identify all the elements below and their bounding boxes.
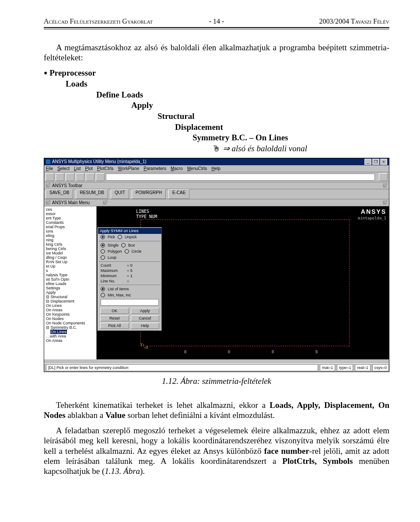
viewport-geometry [140, 219, 350, 346]
tree-item-displacement[interactable]: ⊟ Displacement [46, 299, 94, 303]
menu-select-top[interactable]: Select [57, 166, 70, 171]
powrgrph-button[interactable]: POWRGRPH [132, 189, 166, 199]
ansys-logo: ANSYS [361, 208, 386, 215]
tree-item[interactable]: efine Loads [46, 282, 94, 286]
tool-cut-icon[interactable] [86, 173, 94, 181]
minimize-button[interactable]: _ [364, 159, 371, 165]
drag-handle-icon[interactable] [46, 183, 50, 188]
radio-list-items-label: List of Items [108, 287, 129, 291]
apply-button[interactable]: Apply [131, 308, 160, 314]
tree-item[interactable]: On Areas [46, 308, 94, 312]
tree-item[interactable]: On Keypoints [46, 312, 94, 317]
tree-item[interactable]: ist Sol'n Optn [46, 277, 94, 282]
drag-handle-icon[interactable] [383, 183, 387, 188]
viewport-model-name: mintapelda_1 [358, 216, 386, 220]
radio-loop[interactable] [101, 255, 105, 260]
tree-item[interactable]: On Node Components [46, 321, 94, 325]
tree-item[interactable]: On Lines [46, 303, 94, 308]
help-button[interactable]: Help [131, 323, 160, 329]
menu-define-loads: Define Loads [44, 90, 389, 101]
tree-item-apply[interactable]: Apply [46, 290, 94, 295]
radio-list-items[interactable] [101, 287, 105, 291]
ansys-screenshot: ANSYS Multiphysics Utility Menu (mintape… [44, 158, 389, 372]
drag-handle-icon[interactable] [383, 200, 387, 205]
quit-button[interactable]: QUIT [111, 189, 129, 199]
tool-save-icon[interactable] [66, 173, 74, 181]
menu-plotctrls[interactable]: PlotCtrls [97, 166, 114, 171]
menu-macro[interactable]: Macro [171, 166, 183, 171]
radio-single[interactable] [101, 243, 105, 247]
pick-input[interactable] [101, 299, 159, 306]
tree-item-structural[interactable]: ⊟ Structural [46, 295, 94, 299]
tree-item[interactable]: ning [46, 238, 94, 242]
tree-item[interactable]: Constants [46, 220, 94, 225]
tool-open-icon[interactable] [56, 173, 64, 181]
drag-handle-icon[interactable] [46, 200, 50, 205]
intro-paragraph: A megtámasztásokhoz az alsó és baloldali… [44, 42, 389, 63]
tree-item[interactable]: king Ctrls [46, 242, 94, 247]
radio-circle[interactable] [125, 249, 129, 254]
minimum-label: Minimum [101, 274, 127, 278]
menu-list[interactable]: List [74, 166, 81, 171]
tree-item[interactable]: Settings [46, 286, 94, 290]
count-value: = 0 [127, 263, 159, 268]
radio-polygon[interactable] [101, 249, 105, 254]
radio-unpick-label: Unpick [125, 235, 137, 239]
tree-item[interactable]: dling / Ceqn [46, 255, 94, 260]
tree-item[interactable]: ions [46, 229, 94, 233]
tree-item[interactable]: et Up [46, 264, 94, 268]
tree-item-selected[interactable]: On Lines [50, 330, 67, 334]
tree-item[interactable]: erial Props [46, 225, 94, 229]
menu-cursor-note: ⇒ alsó és baloldali vonal [223, 144, 307, 153]
radio-box[interactable] [121, 243, 126, 247]
tree-item[interactable]: ent Type [46, 216, 94, 220]
menu-file[interactable]: File [46, 166, 53, 171]
main-menu-tree[interactable]: ces essor ent Type Constants erial Props… [44, 206, 97, 359]
tree-item[interactable]: s [46, 268, 94, 273]
tree-item[interactable]: ces [46, 207, 94, 212]
tree-item[interactable]: …with Area [46, 334, 94, 338]
tree-item[interactable]: nalysis Type [46, 273, 94, 277]
tool-print-icon[interactable] [76, 173, 84, 181]
tree-item[interactable]: eling [46, 233, 94, 238]
tool-new-icon[interactable] [46, 173, 54, 181]
ok-button[interactable]: OK [100, 308, 129, 314]
radio-unpick[interactable] [118, 235, 122, 239]
menu-help[interactable]: Help [211, 166, 220, 171]
paragraph-face-number: A feladatban szereplő megoszló terheket … [44, 425, 389, 476]
radio-pick[interactable] [101, 235, 105, 239]
radio-circle-label: Circle [132, 249, 142, 254]
paragraph-loads-displacement: Teherként kinematikai terheket is lehet … [44, 400, 389, 420]
command-input[interactable] [106, 174, 375, 181]
drag-handle-icon[interactable] [103, 200, 107, 205]
save-db-button[interactable]: SAVE_DB [46, 189, 73, 199]
menu-parameters[interactable]: Parameters [144, 166, 166, 171]
tree-item[interactable]: On Nodes [46, 317, 94, 321]
cancel-button[interactable]: Cancel [131, 315, 160, 321]
menu-workplane[interactable]: WorkPlane [118, 166, 140, 171]
resum-db-button[interactable]: RESUM_DB [76, 189, 108, 199]
close-button[interactable]: × [380, 159, 387, 165]
mainmenu-band: ANSYS Main Menu [44, 199, 389, 206]
tree-item[interactable]: On Areas [46, 338, 94, 343]
tree-item[interactable]: bering Ctrls [46, 247, 94, 251]
ecae-button[interactable]: E-CAE [168, 189, 190, 199]
tool-copy-icon[interactable] [96, 173, 105, 181]
tree-item-symmetry-bc[interactable]: ⊟ Symmetry B.C. [46, 325, 94, 330]
header-page-number: - 14 - [199, 17, 234, 25]
tree-item[interactable]: essor [46, 212, 94, 216]
menubar: File Select List Plot PlotCtrls WorkPlan… [44, 165, 389, 172]
mouse-icon: 🖱 [212, 144, 220, 153]
pick-all-button[interactable]: Pick All [100, 323, 129, 329]
menu-plot[interactable]: Plot [85, 166, 92, 171]
radio-polygon-label: Polygon [108, 249, 122, 254]
tool-raise-icon[interactable] [379, 173, 388, 181]
maximize-button[interactable]: ❐ [372, 159, 379, 165]
pick-dialog: Apply SYMM on Lines Pick Unpick Single B… [98, 227, 162, 331]
radio-min-max-inc[interactable] [101, 293, 105, 297]
tree-item[interactable]: ive Model [46, 251, 94, 255]
menu-menuctrls[interactable]: MenuCtrls [187, 166, 207, 171]
reset-button[interactable]: Reset [100, 315, 129, 321]
tree-item[interactable]: RAN Set Up [46, 260, 94, 264]
menu-symmetry-onlines: Symmetry B.C. – On Lines [44, 132, 389, 143]
